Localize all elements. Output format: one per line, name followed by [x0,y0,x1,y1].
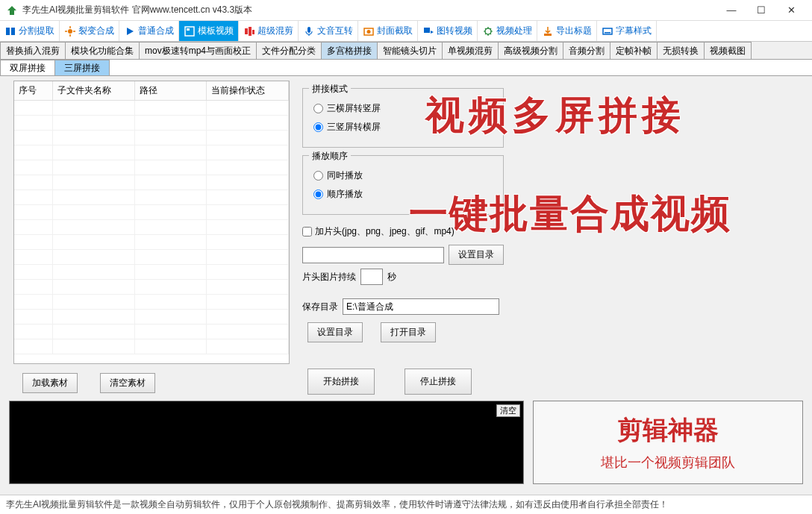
duration-input[interactable] [360,269,383,285]
play-icon [124,25,136,37]
content-area: 序号子文件夹名称路径当前操作状态 拼接模式 三横屏转竖屏三竖屏转横屏 播放顺序 … [0,76,812,395]
mic-icon [303,25,315,37]
col-header-2: 路径 [135,81,207,101]
window-controls: — ☐ ✕ [716,0,806,21]
radio-1[interactable] [313,122,323,132]
tab-4[interactable]: 多宫格拼接 [321,42,378,59]
svg-rect-4 [185,27,194,36]
promo-panel: 剪辑神器 堪比一个视频剪辑团队 [533,401,803,484]
open-dir-button[interactable]: 打开目录 [381,322,436,342]
table-row [14,235,289,250]
tab-10[interactable]: 无损转换 [657,42,705,59]
load-material-button[interactable]: 加载素材 [22,373,78,393]
svg-rect-15 [544,34,552,36]
col-header-3: 当前操作状态 [206,81,288,101]
table-row [14,205,289,220]
toolbar-btn-play[interactable]: 普通合成 [119,21,179,41]
burst-icon [64,25,76,37]
status-text: 李先生AI视频批量剪辑软件是一款视频全自动剪辑软件，仅用于个人原创视频制作、提高… [6,498,668,511]
window-title: 李先生AI视频批量剪辑软件 官网www.tencett.cn v43.3版本 [22,4,716,16]
toolbar-btn-mix[interactable]: 超级混剪 [239,21,299,41]
process-icon [482,25,494,37]
bottom-panel: 清空 剪辑神器 堪比一个视频剪辑团队 [9,401,803,484]
toolbar-btn-split[interactable]: 分割提取 [0,21,60,41]
tab-3[interactable]: 文件分配分类 [256,42,322,59]
toolbar-btn-burst[interactable]: 裂变合成 [60,21,119,41]
toolbar-btn-template[interactable]: 模板视频 [179,21,239,41]
table-row [14,101,289,116]
groupbox-mode-legend: 拼接模式 [309,83,351,95]
toolbar-btn-process[interactable]: 视频处理 [478,21,537,41]
clear-material-button[interactable]: 清空素材 [100,373,155,393]
radio-1[interactable] [313,189,323,199]
start-button[interactable]: 开始拼接 [307,369,375,395]
tab-11[interactable]: 视频截图 [704,42,752,59]
toolbar-btn-subtitle[interactable]: 字幕样式 [597,21,657,41]
close-button[interactable]: ✕ [776,0,806,21]
duration-label: 片头图片持续 [302,271,356,283]
minimize-button[interactable]: — [716,0,746,21]
header-clip-checkbox[interactable] [302,227,312,236]
col-header-1: 子文件夹名称 [52,81,134,101]
tab-8[interactable]: 音频分割 [563,42,610,59]
svg-rect-5 [187,28,190,31]
svg-point-2 [68,29,72,34]
table-row [14,339,289,354]
capture-icon [363,25,375,37]
svg-rect-17 [605,32,610,34]
set-header-dir-button[interactable]: 设置目录 [449,245,504,265]
table-row [14,175,289,190]
groupbox-order-legend: 播放顺序 [309,150,351,163]
tab-2[interactable]: mov极速转mp4与画面校正 [139,42,257,59]
overlay-headline-2: 一键批量合成视频 [409,188,731,240]
col-header-0: 序号 [14,81,52,101]
table-row [14,325,289,339]
subtab-0[interactable]: 双屏拼接 [0,60,55,75]
tab-5[interactable]: 智能镜头切片 [377,42,443,59]
log-console: 清空 [9,401,524,484]
radio-0[interactable] [313,104,323,113]
toolbar-btn-mic[interactable]: 文音互转 [299,21,358,41]
table-row [14,145,289,160]
table-row [14,310,289,325]
table-row [14,116,289,131]
toolbar-btn-capture[interactable]: 封面截取 [358,21,418,41]
main-toolbar: 分割提取裂变合成普通合成模板视频超级混剪文音互转封面截取图转视频视频处理导出标题… [0,21,812,42]
duration-unit: 秒 [387,271,396,283]
maximize-button[interactable]: ☐ [746,0,776,21]
save-dir-label: 保存目录 [302,301,338,313]
table-row [14,265,289,280]
svg-rect-12 [424,28,430,33]
tab-0[interactable]: 替换插入混剪 [0,42,66,59]
sub-tab-bar: 双屏拼接三屏拼接 [0,60,812,76]
header-clip-path-input[interactable] [302,247,444,263]
tab-1[interactable]: 模块化功能合集 [65,42,140,59]
table-row [14,295,289,310]
mix-icon [243,25,255,37]
save-dir-input[interactable] [343,298,499,315]
svg-point-11 [367,30,371,34]
svg-rect-6 [245,28,248,34]
tab-6[interactable]: 单视频混剪 [442,42,499,59]
radio-0[interactable] [313,171,323,181]
overlay-headline-1: 视频多屏拼接 [425,90,685,142]
toolbar-btn-export[interactable]: 导出标题 [537,21,597,41]
svg-rect-9 [307,27,310,33]
promo-subtitle: 堪比一个视频剪辑团队 [601,454,735,471]
tab-7[interactable]: 高级视频分割 [498,42,563,59]
app-icon [6,4,18,16]
table-row [14,160,289,175]
svg-rect-16 [603,28,612,34]
set-save-dir-button[interactable]: 设置目录 [307,322,363,342]
clear-log-button[interactable]: 清空 [496,404,520,417]
subtab-1[interactable]: 三屏拼接 [54,60,110,75]
table-row [14,190,289,205]
titlebar: 李先生AI视频批量剪辑软件 官网www.tencett.cn v43.3版本 —… [0,0,812,21]
svg-rect-0 [6,28,10,35]
tab-9[interactable]: 定帧补帧 [610,42,658,59]
table-row [14,131,289,145]
toolbar-btn-img2vid[interactable]: 图转视频 [418,21,478,41]
stop-button[interactable]: 停止拼接 [405,369,472,395]
radio-row-0[interactable]: 同时播放 [313,169,493,182]
table-row [14,220,289,235]
